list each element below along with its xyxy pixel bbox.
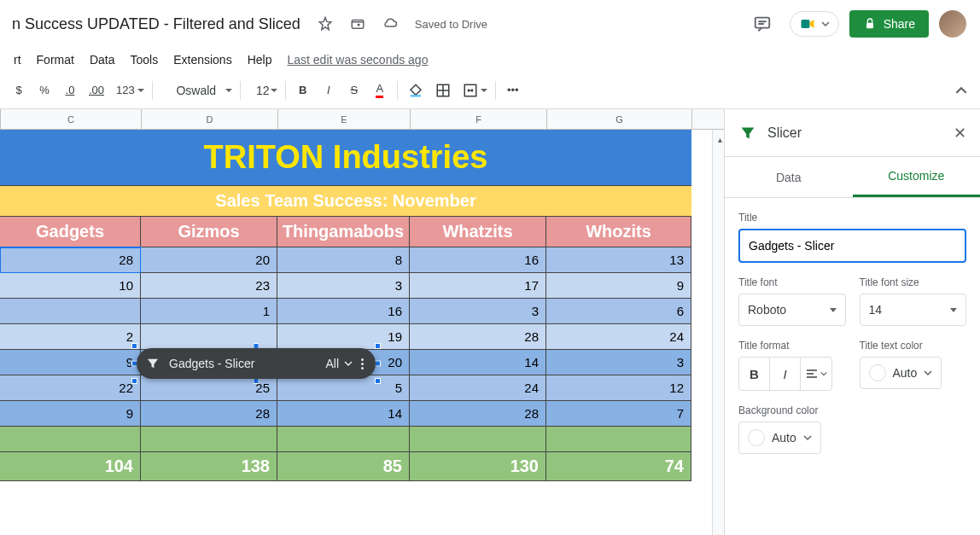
table-cell[interactable]: 3	[277, 273, 410, 299]
italic-button[interactable]: I	[317, 79, 341, 102]
menu-item-help[interactable]: Help	[241, 49, 279, 70]
toolbar: $ % .0 .00 123 Oswald 12 B I S A •••	[0, 72, 980, 109]
table-cell[interactable]: 22	[0, 375, 141, 401]
dec-increase-button[interactable]: .00	[84, 79, 109, 102]
close-icon[interactable]: ✕	[954, 124, 966, 142]
document-title[interactable]: n Success UPDATED - Filtered and Sliced	[7, 14, 306, 35]
dec-decrease-button[interactable]: .0	[58, 79, 82, 102]
table-cell[interactable]: 10	[0, 273, 141, 299]
tab-data[interactable]: Data	[725, 157, 853, 197]
filter-icon	[738, 124, 757, 142]
avatar[interactable]	[939, 10, 966, 38]
column-header[interactable]: E	[278, 109, 411, 129]
table-cell[interactable]: 28	[410, 324, 546, 350]
font-select[interactable]: Oswald	[158, 79, 235, 102]
column-header[interactable]: G	[547, 109, 692, 129]
table-cell[interactable]: 20	[141, 247, 277, 273]
strike-button[interactable]: S	[342, 79, 366, 102]
table-total[interactable]: 74	[546, 452, 691, 481]
table-cell[interactable]: 23	[141, 273, 277, 299]
table-cell[interactable]: 2	[0, 324, 141, 350]
currency-button[interactable]: $	[7, 79, 31, 102]
meet-button[interactable]	[790, 11, 839, 37]
share-button[interactable]: Share	[849, 10, 929, 38]
size-label: Title font size	[860, 276, 967, 288]
table-cell[interactable]: 3	[410, 299, 546, 324]
column-header[interactable]: D	[142, 109, 278, 129]
column-header[interactable]: C	[1, 109, 142, 129]
sidebar-title: Slicer	[767, 125, 802, 141]
table-cell[interactable]: 9	[0, 401, 141, 427]
title-size-select[interactable]: 14	[860, 294, 967, 326]
svg-rect-4	[411, 95, 421, 96]
table-header[interactable]: Whozits	[546, 217, 691, 247]
fill-color-button[interactable]	[403, 79, 429, 102]
menu-item-tools[interactable]: Tools	[123, 49, 165, 70]
table-cell[interactable]: 13	[546, 247, 691, 273]
bg-label: Background color	[738, 404, 966, 416]
table-cell[interactable]: 24	[546, 324, 691, 350]
bold-button[interactable]: B	[291, 79, 315, 102]
table-header[interactable]: Gadgets	[0, 217, 141, 247]
table-cell[interactable]: 1	[141, 299, 277, 324]
menu-item-data[interactable]: Data	[83, 49, 122, 70]
table-cell[interactable]: 9	[0, 350, 141, 375]
table-cell[interactable]: 28	[0, 247, 141, 273]
column-header[interactable]: F	[411, 109, 547, 129]
star-icon[interactable]	[312, 12, 338, 36]
table-cell[interactable]: 16	[277, 299, 410, 324]
table-cell[interactable]: 14	[410, 350, 546, 375]
last-edit-link[interactable]: Last edit was seconds ago	[280, 49, 435, 70]
table-cell[interactable]: 3	[546, 350, 691, 375]
merge-button[interactable]	[458, 79, 490, 102]
percent-button[interactable]: %	[32, 79, 56, 102]
table-cell[interactable]: 9	[546, 273, 691, 299]
title-align-button[interactable]	[801, 358, 831, 390]
table-cell[interactable]: 17	[410, 273, 546, 299]
title-italic-button[interactable]: I	[770, 358, 801, 390]
tab-customize[interactable]: Customize	[853, 157, 981, 197]
table-total[interactable]: 130	[410, 452, 546, 481]
title-text-color-select[interactable]: Auto	[860, 357, 942, 389]
table-header[interactable]: Whatzits	[410, 217, 546, 247]
slicer-chip-filter[interactable]: All	[325, 357, 339, 370]
font-label: Title font	[738, 276, 846, 288]
more-button[interactable]: •••	[501, 79, 525, 102]
table-cell[interactable]: 24	[410, 375, 546, 401]
table-total[interactable]: 85	[277, 452, 410, 481]
comments-icon[interactable]	[745, 7, 779, 41]
vertical-scrollbar[interactable]: ▴	[712, 130, 724, 535]
table-cell[interactable]: 28	[410, 401, 546, 427]
menu-item[interactable]: rt	[7, 49, 28, 70]
table-cell[interactable]: 16	[410, 247, 546, 273]
sheet[interactable]: CDEFG TRITON IndustriesSales Team Succes…	[0, 109, 724, 535]
slicer-title-input[interactable]	[738, 229, 966, 263]
bg-color-select[interactable]: Auto	[738, 422, 821, 454]
company-title: TRITON Industries	[204, 139, 488, 176]
text-color-button[interactable]: A	[368, 79, 392, 102]
cloud-icon[interactable]	[377, 12, 403, 36]
table-total[interactable]: 104	[0, 452, 141, 481]
more-vert-icon[interactable]	[358, 358, 367, 369]
move-icon[interactable]	[345, 12, 370, 36]
table-total[interactable]: 138	[141, 452, 277, 481]
slicer-chip[interactable]: Gadgets - Slicer All	[137, 348, 376, 379]
table-cell[interactable]: 7	[546, 401, 691, 427]
table-cell[interactable]: 12	[546, 375, 691, 401]
table-cell[interactable]: 28	[141, 401, 277, 427]
more-formats-button[interactable]: 123	[111, 79, 147, 102]
borders-button[interactable]	[430, 79, 456, 102]
title-font-select[interactable]: Roboto	[738, 294, 846, 326]
menu-item-format[interactable]: Format	[30, 49, 81, 70]
table-header[interactable]: Gizmos	[141, 217, 277, 247]
menu-item-extensions[interactable]: Extensions	[166, 49, 238, 70]
font-size-select[interactable]: 12	[246, 79, 280, 102]
saved-status: Saved to Drive	[415, 18, 487, 31]
collapse-toolbar-icon[interactable]	[949, 79, 973, 102]
title-bold-button[interactable]: B	[739, 358, 770, 390]
table-cell[interactable]: 6	[546, 299, 691, 324]
table-cell[interactable]: 14	[277, 401, 410, 427]
table-cell[interactable]: 8	[277, 247, 410, 273]
table-cell[interactable]	[0, 299, 141, 324]
table-header[interactable]: Thingamabobs	[277, 217, 410, 247]
